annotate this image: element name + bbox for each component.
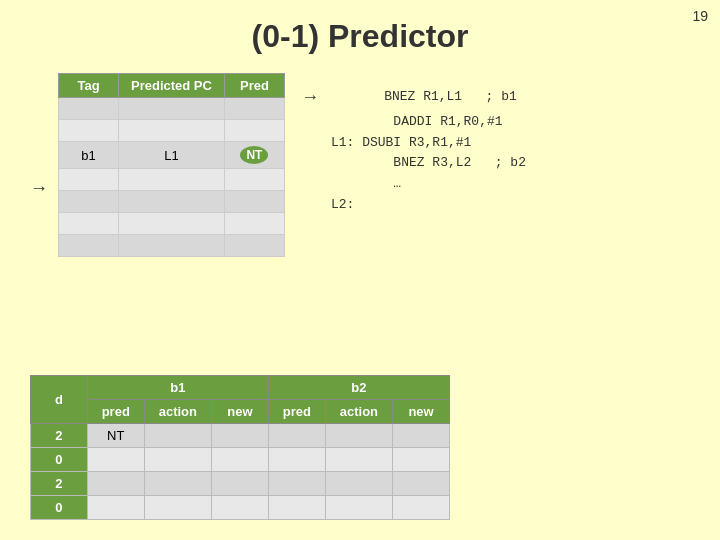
code-line-0: → BNEZ R1,L1 ; b1: [305, 83, 690, 112]
bottom-row-1-b1-new: [212, 448, 269, 472]
btb-cell-pred-2: NT: [224, 142, 284, 169]
btb-cell-tag-4: [59, 191, 119, 213]
bottom-row-1-d: 0: [31, 448, 88, 472]
bottom-subheader-2: new: [212, 400, 269, 424]
bottom-header-b1: b1: [87, 376, 268, 400]
bottom-row-0-b2-new: [393, 424, 450, 448]
bottom-row-2-b2-action: [325, 472, 392, 496]
bottom-row-3-b1-pred: [87, 496, 144, 520]
bottom-row-0-b1-action: [144, 424, 211, 448]
btb-cell-tag-1: [59, 120, 119, 142]
code-line-2: L1: DSUBI R3,R1,#1: [305, 133, 690, 154]
bottom-header-b2: b2: [268, 376, 449, 400]
code-line-1: DADDI R1,R0,#1: [305, 112, 690, 133]
bottom-row-0-b1-pred: NT: [87, 424, 144, 448]
bottom-row-3-b1-action: [144, 496, 211, 520]
code-arrow-0: →: [305, 83, 316, 112]
bottom-subheader-4: action: [325, 400, 392, 424]
btb-table: Tag Predicted PC Pred b1L1NT: [58, 73, 285, 257]
code-text-4: …: [331, 174, 401, 195]
bottom-row-2-d: 2: [31, 472, 88, 496]
code-line-3: BNEZ R3,L2 ; b2: [305, 153, 690, 174]
code-text-3: BNEZ R3,L2 ; b2: [331, 153, 526, 174]
bottom-row-0-b1-new: [212, 424, 269, 448]
code-text-2: L1: DSUBI R3,R1,#1: [331, 133, 471, 154]
bottom-row-0-b2-pred: [268, 424, 325, 448]
btb-cell-pc-6: [119, 235, 225, 257]
bottom-table: d b1 b2 predactionnewpredactionnew 2NT02…: [30, 375, 450, 520]
bottom-row-1-b1-pred: [87, 448, 144, 472]
btb-cell-tag-2: b1: [59, 142, 119, 169]
slide-number: 19: [692, 8, 708, 24]
code-line-4: …: [305, 174, 690, 195]
btb-header-pc: Predicted PC: [119, 74, 225, 98]
bottom-row-2-b2-new: [393, 472, 450, 496]
btb-cell-pred-1: [224, 120, 284, 142]
bottom-row-1-b2-pred: [268, 448, 325, 472]
nt-badge: NT: [240, 146, 268, 164]
bottom-header-d: d: [31, 376, 88, 424]
btb-wrapper: → Tag Predicted PC Pred b1L1NT: [30, 73, 285, 257]
code-text-5: L2:: [331, 195, 354, 216]
bottom-row-3-b2-pred: [268, 496, 325, 520]
btb-row-arrow: →: [30, 178, 48, 199]
bottom-row-2-b1-pred: [87, 472, 144, 496]
bottom-subheader-3: pred: [268, 400, 325, 424]
btb-header-tag: Tag: [59, 74, 119, 98]
slide-title: (0-1) Predictor: [0, 18, 720, 55]
btb-header-pred: Pred: [224, 74, 284, 98]
btb-cell-tag-5: [59, 213, 119, 235]
btb-cell-pred-0: [224, 98, 284, 120]
bottom-row-0-b2-action: [325, 424, 392, 448]
btb-cell-pred-3: [224, 169, 284, 191]
bottom-row-0-d: 2: [31, 424, 88, 448]
bottom-row-3-b2-new: [393, 496, 450, 520]
btb-cell-pred-5: [224, 213, 284, 235]
btb-cell-pred-4: [224, 191, 284, 213]
code-text-1: DADDI R1,R0,#1: [331, 112, 503, 133]
bottom-subheader-5: new: [393, 400, 450, 424]
bottom-row-1-b1-action: [144, 448, 211, 472]
code-text-0: BNEZ R1,L1 ; b1: [322, 87, 517, 108]
bottom-row-2-b1-action: [144, 472, 211, 496]
btb-cell-pred-6: [224, 235, 284, 257]
bottom-row-2-b2-pred: [268, 472, 325, 496]
code-line-5: L2:: [305, 195, 690, 216]
btb-cell-tag-3: [59, 169, 119, 191]
bottom-row-1-b2-new: [393, 448, 450, 472]
bottom-section: d b1 b2 predactionnewpredactionnew 2NT02…: [30, 375, 690, 520]
btb-cell-pc-4: [119, 191, 225, 213]
btb-cell-pc-2: L1: [119, 142, 225, 169]
code-section: → BNEZ R1,L1 ; b1 DADDI R1,R0,#1 L1: DSU…: [305, 83, 690, 257]
bottom-row-3-b1-new: [212, 496, 269, 520]
btb-cell-tag-0: [59, 98, 119, 120]
btb-cell-pc-5: [119, 213, 225, 235]
bottom-subheader-0: pred: [87, 400, 144, 424]
bottom-subheader-1: action: [144, 400, 211, 424]
bottom-row-1-b2-action: [325, 448, 392, 472]
bottom-row-3-b2-action: [325, 496, 392, 520]
btb-cell-pc-3: [119, 169, 225, 191]
bottom-row-3-d: 0: [31, 496, 88, 520]
bottom-row-2-b1-new: [212, 472, 269, 496]
btb-cell-tag-6: [59, 235, 119, 257]
btb-section: → Tag Predicted PC Pred b1L1NT: [30, 73, 285, 257]
btb-cell-pc-1: [119, 120, 225, 142]
btb-cell-pc-0: [119, 98, 225, 120]
